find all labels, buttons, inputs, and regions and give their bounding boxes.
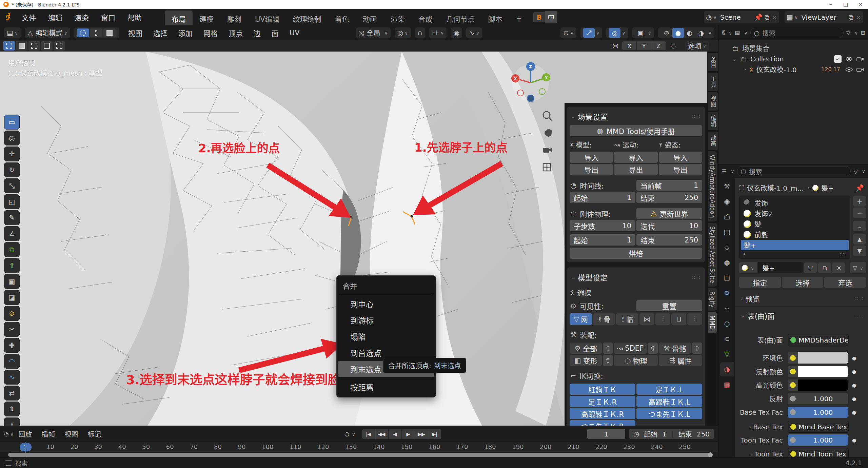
- deselect-button[interactable]: 弃选: [824, 277, 866, 288]
- workspace-tab-shading[interactable]: 着色: [328, 11, 356, 27]
- minimize-button[interactable]: –: [823, 0, 838, 9]
- properties-tab-material[interactable]: ◑: [720, 362, 734, 376]
- sidebar-tab-stylized-asset-suite[interactable]: Stylized Asset Suite: [708, 223, 717, 287]
- snap-base-icon[interactable]: ◌: [671, 42, 676, 50]
- current-frame-field[interactable]: 当前帧1: [636, 180, 702, 191]
- animate-dot[interactable]: ●: [852, 355, 856, 361]
- ik-toggle-button[interactable]: 肛鉤ＩＫ: [570, 384, 635, 395]
- properties-search[interactable]: ○ 搜索: [737, 166, 851, 176]
- mirror-axis-button[interactable]: Z: [651, 41, 666, 50]
- move-slot-up-icon[interactable]: ▲: [853, 234, 866, 245]
- unlink-icon[interactable]: ×: [771, 13, 777, 21]
- tool-move[interactable]: ✛: [4, 147, 20, 161]
- viewport-menu-item[interactable]: 面: [266, 28, 284, 38]
- menu-item[interactable]: 编辑: [42, 9, 68, 25]
- diffuse-color-field[interactable]: [788, 366, 848, 377]
- sidebar-tab-item[interactable]: 条目: [708, 53, 718, 71]
- properties-tab-scene[interactable]: ◇: [720, 240, 734, 254]
- add-slot-button[interactable]: ＋: [853, 196, 866, 207]
- outliner-search[interactable]: ○ 搜索: [750, 28, 844, 38]
- panel-grip[interactable]: ::::: [691, 274, 701, 280]
- sidebar-tab-animation[interactable]: 动画: [708, 132, 718, 150]
- select-button[interactable]: 选择: [782, 277, 824, 288]
- eye-icon[interactable]: [845, 67, 853, 72]
- ik-toggle-button[interactable]: 高跟鞋ＩＫ.R: [570, 408, 635, 419]
- model-import-button[interactable]: 导入: [570, 152, 613, 163]
- panel-grip[interactable]: ::::: [691, 113, 701, 119]
- editor-type-button[interactable]: ⬓∨: [4, 27, 21, 38]
- reset-visibility-button[interactable]: 重置: [636, 300, 702, 311]
- workspace-tab-geometry-nodes[interactable]: 几何节点: [439, 11, 481, 27]
- playback-button[interactable]: ◀◀: [375, 429, 389, 439]
- proportional-falloff-dropdown[interactable]: ∿∨: [466, 27, 482, 38]
- select-new-icon[interactable]: [3, 41, 15, 51]
- substeps-field[interactable]: 子步数10: [570, 220, 635, 231]
- tool-cursor[interactable]: ◎: [4, 131, 20, 145]
- navigation-gizmo[interactable]: Z X Y: [507, 58, 554, 109]
- animate-dot[interactable]: ●: [852, 383, 856, 388]
- model-export-button[interactable]: 导出: [570, 164, 613, 175]
- playback-button[interactable]: ◀: [389, 429, 402, 439]
- viewport-menu-item[interactable]: UV: [284, 29, 305, 37]
- viewport-menu-item[interactable]: 选择: [148, 28, 173, 38]
- update-world-button[interactable]: ⚠更新世界: [636, 208, 702, 219]
- context-menu-item[interactable]: 按距离: [337, 379, 436, 395]
- select-subtract-icon[interactable]: [28, 41, 40, 51]
- copy-icon[interactable]: ⧉: [765, 13, 769, 21]
- mirror-axis-button[interactable]: Y: [637, 41, 651, 50]
- mirror-axis-button[interactable]: X: [622, 41, 637, 50]
- properties-tab-output[interactable]: ⎙: [720, 210, 734, 224]
- assemble-morph-button[interactable]: ◧变形: [570, 355, 602, 366]
- workspace-tab-scripting[interactable]: 脚本: [481, 11, 509, 27]
- snap-target-dropdown[interactable]: ⊦⊦∨: [429, 27, 447, 38]
- scrollbar-handle[interactable]: [708, 452, 713, 457]
- properties-tab-view-layer[interactable]: ▤: [720, 225, 734, 239]
- select-invert-icon[interactable]: [41, 41, 53, 51]
- properties-tab-object-data[interactable]: ▽: [720, 347, 734, 361]
- context-menu-item[interactable]: 到游标: [337, 312, 436, 328]
- end-value[interactable]: 250: [697, 430, 710, 438]
- physics-end-field[interactable]: 结束250: [636, 234, 702, 246]
- mmd-manual-button[interactable]: ◍ MMD Tools/使用手册: [570, 125, 702, 136]
- bone-name-toggle[interactable]: ⫶: [687, 313, 702, 325]
- animate-dot[interactable]: ●: [852, 437, 856, 443]
- collection-row[interactable]: ⌄ 🗀 Collection ✓: [721, 54, 867, 64]
- menu-item[interactable]: 帮助: [121, 9, 148, 25]
- node-tree-dropdown[interactable]: ▽∨: [850, 262, 866, 273]
- properties-tab-particles[interactable]: ⁘: [720, 301, 734, 315]
- add-workspace-button[interactable]: +: [509, 11, 529, 27]
- playback-button[interactable]: ▶▶: [415, 429, 428, 439]
- filter-icon[interactable]: ▽: [846, 30, 850, 36]
- playback-button[interactable]: ▶: [402, 429, 415, 439]
- collapse-icon[interactable]: ⌄: [571, 114, 575, 119]
- expand-icon[interactable]: ›: [744, 67, 746, 72]
- visibility-dropdown[interactable]: ⊙∨: [560, 27, 576, 38]
- assemble-bone-button[interactable]: ⚒骨骼: [659, 343, 691, 354]
- tool-poly-build[interactable]: ✚: [4, 338, 20, 353]
- remove-icon[interactable]: ×: [855, 13, 861, 21]
- timeline-menu-item[interactable]: 标记: [83, 429, 106, 439]
- material-slot-selected[interactable]: 髪+: [741, 240, 849, 250]
- move-slot-down-icon[interactable]: ▼: [853, 246, 866, 256]
- tool-scale[interactable]: ⤡: [4, 178, 20, 193]
- material-slot[interactable]: 髪: [741, 219, 849, 229]
- pin-icon[interactable]: 📌: [754, 13, 763, 21]
- expand-icon[interactable]: ⌄: [733, 56, 737, 62]
- rendered-shading-button[interactable]: ◑: [695, 28, 707, 38]
- new-collection-icon[interactable]: ⊞: [861, 30, 865, 36]
- assign-button[interactable]: 指定: [739, 277, 781, 288]
- timeline-scrollbar[interactable]: [8, 453, 712, 457]
- properties-tab-modifiers[interactable]: ⚙: [720, 286, 734, 300]
- trash-icon[interactable]: [603, 355, 613, 366]
- tool-transform[interactable]: ◱: [4, 194, 20, 209]
- breadcrumb-object[interactable]: 仪玄改模-1.0_m...: [747, 183, 804, 193]
- ambient-color-field[interactable]: [788, 352, 848, 364]
- viewlayer-name[interactable]: ViewLayer: [801, 13, 849, 21]
- viewlayer-selector[interactable]: ▤∨ ViewLayer ⧉ ×: [785, 11, 863, 23]
- tool-rotate[interactable]: ↻: [4, 162, 20, 177]
- base-tex-selector[interactable]: Mmd Base Tex: [788, 421, 849, 433]
- timeline-menu-item[interactable]: 插帧: [37, 429, 60, 439]
- xray-toggle-button[interactable]: ▣: [635, 28, 647, 38]
- eye-icon[interactable]: [845, 57, 853, 61]
- outliner-editor-icon[interactable]: 🮙: [722, 30, 725, 36]
